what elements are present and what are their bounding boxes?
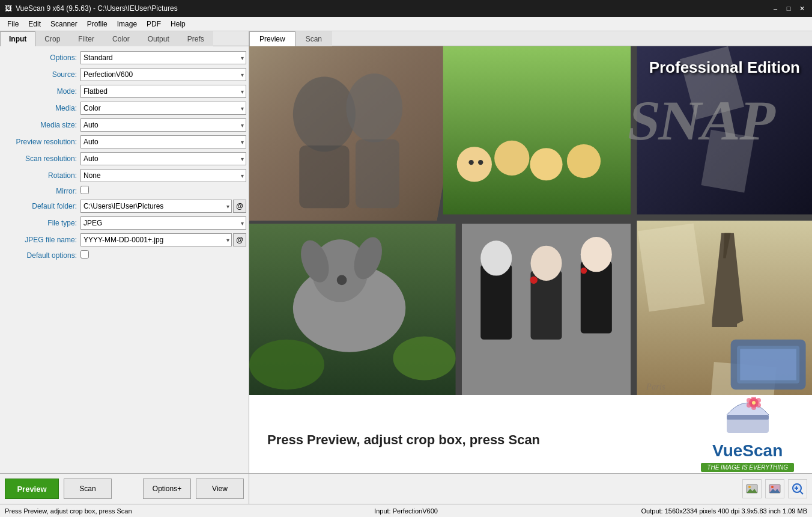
vuescan-logo-area: VueScan THE IMAGE IS EVERYTHING [701,397,794,472]
default-folder-at-button[interactable]: @ [233,200,246,213]
menu-scanner[interactable]: Scanner [46,19,82,29]
svg-point-28 [480,240,512,275]
svg-point-23 [337,275,347,286]
svg-rect-40 [638,224,705,312]
preview-res-row: Preview resolution: Auto [2,135,246,148]
preview-button[interactable]: Preview [5,479,59,499]
jpeg-filename-at-button[interactable]: @ [233,233,246,246]
open-image-icon [768,482,781,495]
jpeg-filename-select-wrap: YYYY-MM-DD-0001+.jpg [80,233,232,246]
tab-output[interactable]: Output [139,31,178,46]
options-plus-button[interactable]: Options+ [143,479,191,499]
preview-res-label: Preview resolution: [2,138,80,146]
tab-input[interactable]: Input [0,31,35,46]
mirror-label: Mirror: [2,187,80,195]
media-select[interactable]: Color [80,102,246,115]
menu-profile[interactable]: Profile [82,19,112,29]
menu-pdf[interactable]: PDF [142,19,166,29]
window-title: VueScan 9 x64 (9.5.63) - C:\Users\IEUser… [16,4,178,13]
scan-res-select-wrap: Auto [80,152,246,165]
default-folder-label: Default folder: [2,202,80,210]
svg-point-54 [752,401,756,405]
scan-res-select[interactable]: Auto [80,152,246,165]
tab-prefs[interactable]: Prefs [178,31,213,46]
save-image-button[interactable] [742,479,762,498]
right-bottom-icons [249,474,812,504]
jpeg-filename-controls: YYYY-MM-DD-0001+.jpg @ [80,233,246,246]
media-size-select[interactable]: Auto [80,118,246,132]
svg-point-9 [494,141,529,176]
menu-image[interactable]: Image [112,19,142,29]
preview-tab-scan[interactable]: Scan [295,31,332,46]
titlebar: 🖼 VueScan 9 x64 (9.5.63) - C:\Users\IEUs… [0,0,812,17]
tab-color[interactable]: Color [103,31,139,46]
save-image-icon [745,482,759,495]
svg-line-64 [800,491,803,494]
default-options-checkbox[interactable] [80,250,89,258]
minimize-button[interactable]: – [770,3,781,14]
default-folder-select[interactable]: C:\Users\IEUser\Pictures [80,200,232,213]
mirror-checkbox[interactable] [80,186,89,194]
svg-point-49 [756,398,761,403]
media-size-row: Media size: Auto [2,118,246,132]
default-options-checkbox-wrap [80,250,89,260]
scan-res-label: Scan resolution: [2,154,80,163]
mode-select[interactable]: Flatbed [80,85,246,98]
options-row: Options: Standard [2,51,246,64]
svg-rect-44 [740,349,796,380]
open-image-button[interactable] [765,479,784,498]
jpeg-filename-select[interactable]: YYYY-MM-DD-0001+.jpg [80,233,232,246]
statusbar-mid-text: Input: PerfectionV600 [272,507,539,515]
svg-rect-6 [356,139,399,209]
options-select[interactable]: Standard [80,51,246,64]
svg-point-4 [346,73,402,142]
scan-button[interactable]: Scan [64,479,112,499]
svg-point-11 [567,144,601,178]
form-area: Options: Standard Source: PerfectionV600… [0,46,249,473]
file-type-row: File type: JPEG [2,216,246,230]
mirror-row: Mirror: [2,186,246,196]
rotation-select[interactable]: None [80,169,246,182]
left-tabs: Input Crop Filter Color Output Prefs [0,31,249,46]
view-button[interactable]: View [196,479,244,499]
rotation-label: Rotation: [2,171,80,180]
close-button[interactable]: ✕ [796,3,807,14]
svg-rect-38 [712,321,737,327]
file-type-select[interactable]: JPEG [80,216,246,230]
source-select[interactable]: PerfectionV600 [80,68,246,81]
menu-help[interactable]: Help [166,19,190,29]
main-layout: Input Crop Filter Color Output Prefs Opt… [0,31,812,473]
preview-tab-preview[interactable]: Preview [249,31,295,46]
mode-select-wrap: Flatbed [80,85,246,98]
preview-content: Professional Edition [249,46,812,473]
menubar: File Edit Scanner Profile Image PDF Help [0,17,812,31]
maximize-button[interactable]: □ [783,3,794,14]
svg-point-3 [293,77,356,152]
menu-file[interactable]: File [2,19,23,29]
svg-point-25 [393,337,455,381]
app-icon: 🖼 [5,4,12,13]
media-select-wrap: Color [80,102,246,115]
left-bottom-buttons: Preview Scan Options+ View [0,474,249,504]
svg-text:Paris: Paris [646,382,665,391]
zoom-in-button[interactable] [788,479,807,498]
tab-filter[interactable]: Filter [69,31,103,46]
menu-edit[interactable]: Edit [23,19,46,29]
preview-res-select[interactable]: Auto [80,135,246,148]
right-panel: Preview Scan Professional Edition [249,31,812,473]
preview-image-area: Professional Edition [249,46,812,395]
svg-rect-7 [443,46,631,215]
vuescan-brand: VueScan [712,441,783,460]
source-select-wrap: PerfectionV600 [80,68,246,81]
tab-crop[interactable]: Crop [35,31,69,46]
rotation-row: Rotation: None [2,169,246,182]
preview-bottom: Press Preview, adjust crop box, press Sc… [249,395,812,473]
svg-rect-5 [299,145,349,208]
svg-point-8 [457,147,492,182]
mode-row: Mode: Flatbed [2,85,246,98]
svg-point-24 [249,340,324,390]
file-type-select-wrap: JPEG [80,216,246,230]
preview-tabs: Preview Scan [249,31,812,46]
file-type-label: File type: [2,219,80,227]
default-folder-row: Default folder: C:\Users\IEUser\Pictures… [2,200,246,213]
